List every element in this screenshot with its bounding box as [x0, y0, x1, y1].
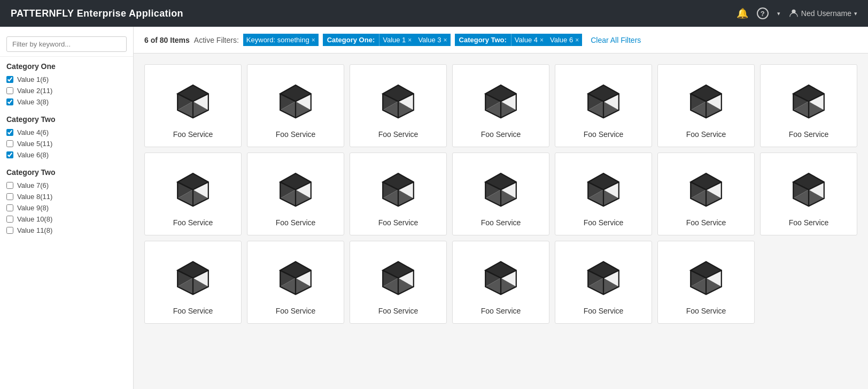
- chip-value4-remove[interactable]: ×: [540, 36, 544, 44]
- filter-item-2-3[interactable]: Value 10(8): [6, 213, 127, 225]
- filter-checkbox-0-0[interactable]: [6, 76, 13, 83]
- filter-item-1-1[interactable]: Value 5(11): [6, 138, 127, 149]
- chip-value6-remove[interactable]: ×: [575, 36, 579, 44]
- help-icon[interactable]: ?: [757, 7, 769, 19]
- user-menu[interactable]: Ned Username ▾: [789, 8, 857, 19]
- user-dropdown-arrow[interactable]: ▾: [854, 10, 857, 17]
- filter-item-2-0[interactable]: Value 7(6): [6, 180, 127, 191]
- filter-label-2-3: Value 10(8): [17, 215, 52, 223]
- header-controls: 🔔 ? ▾ Ned Username ▾: [737, 7, 857, 19]
- category-two-chip-value4[interactable]: Value 4 ×: [511, 34, 547, 46]
- gallery-item[interactable]: Foo Service: [555, 64, 652, 147]
- clear-all-filters[interactable]: Clear All Filters: [591, 36, 641, 44]
- active-filters-label: Active Filters:: [194, 36, 239, 44]
- filter-checkbox-2-3[interactable]: [6, 216, 13, 223]
- filter-checkbox-1-1[interactable]: [6, 140, 13, 147]
- cube-icon: [374, 75, 422, 124]
- gallery-item[interactable]: Foo Service: [657, 152, 755, 235]
- notification-bell-icon[interactable]: 🔔: [737, 7, 748, 19]
- filter-label-1-0: Value 4(6): [17, 128, 49, 136]
- filter-label-2-4: Value 11(8): [17, 226, 52, 234]
- gallery-item[interactable]: Foo Service: [144, 64, 242, 147]
- cube-icon: [579, 75, 627, 124]
- gallery-item[interactable]: Foo Service: [452, 152, 549, 235]
- gallery-item-label: Foo Service: [173, 307, 213, 315]
- gallery-item-label: Foo Service: [481, 218, 521, 227]
- gallery-item-label: Foo Service: [173, 218, 213, 227]
- filter-checkbox-2-0[interactable]: [6, 182, 13, 189]
- gallery-item-label: Foo Service: [378, 307, 418, 315]
- filter-checkbox-2-4[interactable]: [6, 227, 13, 234]
- gallery-item-label: Foo Service: [276, 218, 316, 227]
- filter-label-0-1: Value 2(11): [17, 87, 52, 95]
- gallery-item[interactable]: Foo Service: [657, 64, 755, 147]
- keyword-chip-remove[interactable]: ×: [312, 36, 315, 44]
- gallery-item-label: Foo Service: [686, 218, 726, 227]
- gallery-item[interactable]: Foo Service: [247, 241, 344, 324]
- user-avatar-icon: [789, 8, 799, 19]
- gallery-item[interactable]: Foo Service: [350, 241, 447, 324]
- category-one-chip-value1[interactable]: Value 1 ×: [379, 34, 415, 46]
- brand-patternfly: PATTERNFLY: [11, 8, 74, 19]
- gallery-item[interactable]: Foo Service: [555, 241, 652, 324]
- filter-item-0-2[interactable]: Value 3(8): [6, 96, 127, 108]
- search-input[interactable]: [6, 36, 127, 52]
- filter-checkbox-0-2[interactable]: [6, 98, 13, 105]
- gallery-item[interactable]: Foo Service: [760, 152, 857, 235]
- cube-icon: [169, 75, 217, 124]
- cube-icon: [477, 75, 525, 124]
- chip-value1-remove[interactable]: ×: [408, 36, 412, 44]
- filter-checkbox-2-2[interactable]: [6, 204, 13, 211]
- gallery-item-label: Foo Service: [686, 307, 726, 315]
- category-one-label: Category One:: [323, 34, 380, 46]
- cube-icon: [169, 164, 217, 212]
- filter-group-title-0: Category One: [6, 62, 127, 71]
- gallery-item-label: Foo Service: [584, 307, 624, 315]
- cube-icon: [272, 252, 320, 300]
- filter-item-1-2[interactable]: Value 6(8): [6, 149, 127, 161]
- chip-value3-remove[interactable]: ×: [444, 36, 447, 44]
- keyword-chip-group: Keyword: something ×: [243, 34, 319, 46]
- gallery-item[interactable]: Foo Service: [350, 64, 447, 147]
- filter-item-2-1[interactable]: Value 8(11): [6, 191, 127, 202]
- gallery-item[interactable]: Foo Service: [247, 64, 344, 147]
- filter-checkbox-0-1[interactable]: [6, 87, 13, 94]
- filter-label-2-1: Value 8(11): [17, 193, 52, 201]
- gallery-item[interactable]: Foo Service: [452, 241, 549, 324]
- gallery-item[interactable]: Foo Service: [555, 152, 652, 235]
- filter-item-1-0[interactable]: Value 4(6): [6, 127, 127, 138]
- chip-value1-label: Value 1: [383, 36, 406, 44]
- filter-checkbox-1-2[interactable]: [6, 151, 13, 158]
- app-header: PATTERNFLY Enterprise Application 🔔 ? ▾ …: [0, 0, 868, 27]
- filter-item-0-0[interactable]: Value 1(6): [6, 74, 127, 85]
- filter-item-0-1[interactable]: Value 2(11): [6, 85, 127, 96]
- gallery-item[interactable]: Foo Service: [760, 64, 857, 147]
- app-title: PATTERNFLY Enterprise Application: [11, 8, 183, 19]
- category-two-chip-value6[interactable]: Value 6 ×: [547, 34, 582, 46]
- gallery: Foo ServiceFoo ServiceFoo ServiceFoo Ser…: [134, 54, 868, 334]
- filter-item-2-4[interactable]: Value 11(8): [6, 225, 127, 236]
- help-dropdown-arrow[interactable]: ▾: [777, 10, 780, 17]
- cube-icon: [682, 75, 730, 124]
- cube-icon: [682, 252, 730, 300]
- cube-icon: [785, 75, 833, 124]
- filter-item-2-2[interactable]: Value 9(8): [6, 202, 127, 213]
- filter-label-2-2: Value 9(8): [17, 204, 49, 212]
- keyword-chip-label: Keyword: something: [246, 36, 309, 44]
- gallery-item-label: Foo Service: [481, 130, 521, 139]
- gallery-item-label: Foo Service: [276, 307, 316, 315]
- gallery-item[interactable]: Foo Service: [144, 241, 242, 324]
- category-one-chip-value3[interactable]: Value 3 ×: [415, 34, 450, 46]
- keyword-filter-chip[interactable]: Keyword: something ×: [243, 34, 319, 46]
- gallery-item[interactable]: Foo Service: [247, 152, 344, 235]
- gallery-item[interactable]: Foo Service: [144, 152, 242, 235]
- filter-checkbox-2-1[interactable]: [6, 193, 13, 200]
- filter-checkbox-1-0[interactable]: [6, 129, 13, 136]
- filter-group-title-1: Category Two: [6, 115, 127, 124]
- gallery-item[interactable]: Foo Service: [657, 241, 755, 324]
- app-body: Category OneValue 1(6)Value 2(11)Value 3…: [0, 27, 868, 389]
- gallery-item[interactable]: Foo Service: [350, 152, 447, 235]
- filter-group-2: Category TwoValue 7(6)Value 8(11)Value 9…: [0, 163, 133, 238]
- cube-icon: [374, 252, 422, 300]
- gallery-item[interactable]: Foo Service: [452, 64, 549, 147]
